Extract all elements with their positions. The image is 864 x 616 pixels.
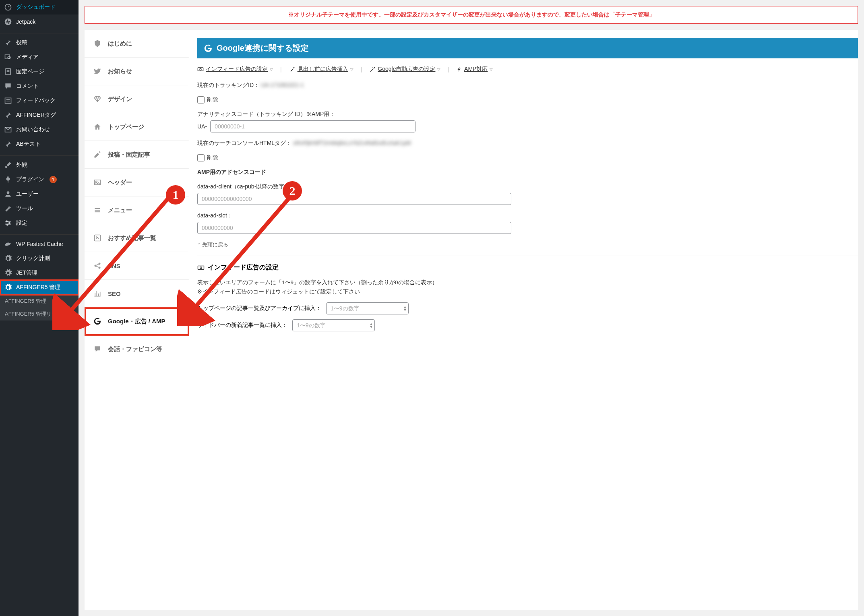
wand-icon bbox=[289, 66, 296, 72]
wrench-icon bbox=[4, 205, 12, 213]
wp-nav-label: JET管理 bbox=[16, 269, 37, 277]
wp-nav-mail[interactable]: お問い合わせ bbox=[0, 122, 79, 137]
stepper-icon[interactable]: ▲▼ bbox=[403, 306, 407, 311]
shield-icon bbox=[93, 39, 102, 48]
wp-nav-label: 投稿 bbox=[16, 39, 27, 46]
analytics-input[interactable] bbox=[210, 120, 415, 132]
share-icon bbox=[93, 261, 102, 271]
svg-rect-30 bbox=[198, 266, 204, 269]
wp-nav-pin[interactable]: ABテスト bbox=[0, 137, 79, 151]
settings-nav-google[interactable]: Google・広告 / AMP bbox=[85, 308, 189, 335]
svg-line-26 bbox=[96, 264, 99, 265]
section-title: Google連携に関する設定 bbox=[217, 43, 309, 54]
settings-nav-menu[interactable]: メニュー bbox=[85, 196, 189, 224]
update-badge: 1 bbox=[50, 176, 57, 183]
wp-nav-label: WP Fastest Cache bbox=[16, 241, 63, 247]
quicklink-text[interactable]: AMP対応 bbox=[464, 66, 488, 73]
svg-point-1 bbox=[5, 19, 12, 25]
svg-rect-2 bbox=[5, 55, 10, 59]
wp-nav-page[interactable]: 固定ページ bbox=[0, 64, 79, 79]
settings-nav-speech[interactable]: 会話・ファビコン等 bbox=[85, 335, 189, 363]
google-icon bbox=[93, 316, 102, 326]
chevron-down-icon: ▽ bbox=[270, 67, 273, 72]
cheetah-icon bbox=[4, 240, 12, 248]
svg-point-29 bbox=[200, 68, 201, 70]
settings-nav-home[interactable]: トップページ bbox=[85, 113, 189, 141]
wp-nav-label: クリック計測 bbox=[16, 255, 50, 262]
wp-nav-gear[interactable]: AFFINGER5 管理 bbox=[0, 280, 79, 295]
wp-nav-plug[interactable]: プラグイン1 bbox=[0, 172, 79, 187]
wp-nav-cheetah[interactable]: WP Fastest Cache bbox=[0, 237, 79, 251]
svg-point-14 bbox=[6, 221, 7, 222]
delete2-checkbox-label[interactable]: 削除 bbox=[197, 154, 858, 161]
wp-subnav-item[interactable]: AFFINGER5 管理リセット bbox=[0, 308, 79, 320]
wand2-icon bbox=[369, 66, 376, 72]
settings-nav-shield[interactable]: はじめに bbox=[85, 30, 189, 58]
quicklink-1[interactable]: 見出し前に広告挿入 ▽ bbox=[289, 66, 353, 73]
settings-nav-image[interactable]: ヘッダー bbox=[85, 169, 189, 196]
money-icon bbox=[197, 66, 204, 72]
analytics-label: アナリティクスコード（トラッキング ID）※AMP用： bbox=[197, 111, 858, 118]
wp-nav-gear[interactable]: クリック計測 bbox=[0, 251, 79, 266]
wp-nav-feedback[interactable]: フィードバック bbox=[0, 93, 79, 108]
settings-nav-label: SEO bbox=[108, 290, 121, 297]
settings-nav-label: SNS bbox=[108, 263, 120, 269]
wp-nav-comment[interactable]: コメント bbox=[0, 79, 79, 93]
gear-icon bbox=[4, 269, 12, 277]
wp-nav-brush[interactable]: 外観 bbox=[0, 158, 79, 172]
wp-nav-user[interactable]: ユーザー bbox=[0, 187, 79, 201]
wp-nav-dashboard[interactable]: ダッシュボード bbox=[0, 0, 79, 14]
wp-nav-pin[interactable]: 投稿 bbox=[0, 35, 79, 50]
wp-nav-wrench[interactable]: ツール bbox=[0, 201, 79, 216]
jetpack-icon bbox=[4, 18, 12, 26]
top-insert-input[interactable] bbox=[326, 302, 409, 314]
settings-nav-diamond[interactable]: デザイン bbox=[85, 85, 189, 113]
search-console-row: 現在のサーチコンソールHTMLタグ： xRnPjkH9fT2mWq8vLsYbZ… bbox=[197, 140, 858, 147]
delete-checkbox-label[interactable]: 削除 bbox=[197, 96, 858, 103]
settings-nav-edit[interactable]: 投稿・固定記事 bbox=[85, 141, 189, 169]
gear-icon bbox=[4, 254, 12, 263]
tracking-id-row: 現在のトラッキングID： UA-171061021-1 bbox=[197, 82, 858, 89]
settings-nav-twitter[interactable]: お知らせ bbox=[85, 58, 189, 85]
image-icon bbox=[93, 178, 102, 187]
delete2-checkbox[interactable] bbox=[197, 154, 205, 161]
edit-icon bbox=[93, 150, 102, 159]
settings-nav-share[interactable]: SNS bbox=[85, 252, 189, 280]
quicklink-3[interactable]: AMP対応 ▽ bbox=[457, 66, 493, 73]
back-to-top-link[interactable]: 先頭に戻る bbox=[202, 242, 228, 248]
ad-slot-label: data-ad-slot： bbox=[197, 212, 858, 219]
sidebar-insert-input[interactable] bbox=[292, 319, 375, 331]
quicklink-2[interactable]: Google自動広告の設定 ▽ bbox=[369, 66, 440, 73]
wp-nav-label: 設定 bbox=[16, 219, 27, 227]
settings-nav-editbox[interactable]: おすすめ記事一覧 bbox=[85, 224, 189, 252]
stepper-icon[interactable]: ▲▼ bbox=[369, 322, 373, 328]
infeed-desc2: ※インフィード広告のコードはウィジェットにて設定して下さい bbox=[197, 289, 360, 295]
settings-nav-chart[interactable]: SEO bbox=[85, 280, 189, 308]
settings-sidenav: はじめにお知らせデザイントップページ投稿・固定記事ヘッダーメニューおすすめ記事一… bbox=[85, 30, 189, 610]
ad-client-input[interactable] bbox=[197, 193, 511, 205]
wp-nav-label: ユーザー bbox=[16, 190, 39, 198]
amp-adsense-title: AMP用のアドセンスコード bbox=[197, 169, 266, 175]
wp-subnav-item[interactable]: AFFINGER5 管理 bbox=[0, 295, 79, 308]
delete-checkbox[interactable] bbox=[197, 96, 205, 103]
quicklink-text[interactable]: インフィード広告の設定 bbox=[206, 66, 268, 73]
chevron-down-icon: ▽ bbox=[350, 67, 353, 72]
google-icon bbox=[204, 44, 213, 53]
chevron-down-icon: ▽ bbox=[437, 67, 440, 72]
wp-nav-media[interactable]: メディア bbox=[0, 50, 79, 64]
content-area: ※オリジナル子テーマを使用中です。一部の設定及びカスタマイザーの変更が出来ない場… bbox=[79, 0, 864, 616]
wp-nav-gear[interactable]: JET管理 bbox=[0, 266, 79, 280]
ad-slot-input[interactable] bbox=[197, 222, 511, 234]
wp-nav-pin[interactable]: AFFINGERタグ bbox=[0, 108, 79, 122]
wp-nav-sliders[interactable]: 設定 bbox=[0, 216, 79, 230]
feedback-icon bbox=[4, 97, 12, 105]
quicklink-text[interactable]: Google自動広告の設定 bbox=[378, 66, 435, 73]
svg-point-15 bbox=[9, 222, 10, 223]
sidebar-insert-label: サイドバーの新着記事一覧に挿入： bbox=[197, 322, 287, 329]
settings-nav-label: 会話・ファビコン等 bbox=[108, 345, 162, 353]
quicklink-0[interactable]: インフィード広告の設定 ▽ bbox=[197, 66, 273, 73]
wp-nav-jetpack[interactable]: Jetpack bbox=[0, 14, 79, 29]
quicklink-text[interactable]: 見出し前に広告挿入 bbox=[298, 66, 348, 73]
ad-client-label: data-ad-client（ca-pub-以降の数字）： bbox=[197, 183, 858, 190]
diamond-icon bbox=[93, 94, 102, 104]
